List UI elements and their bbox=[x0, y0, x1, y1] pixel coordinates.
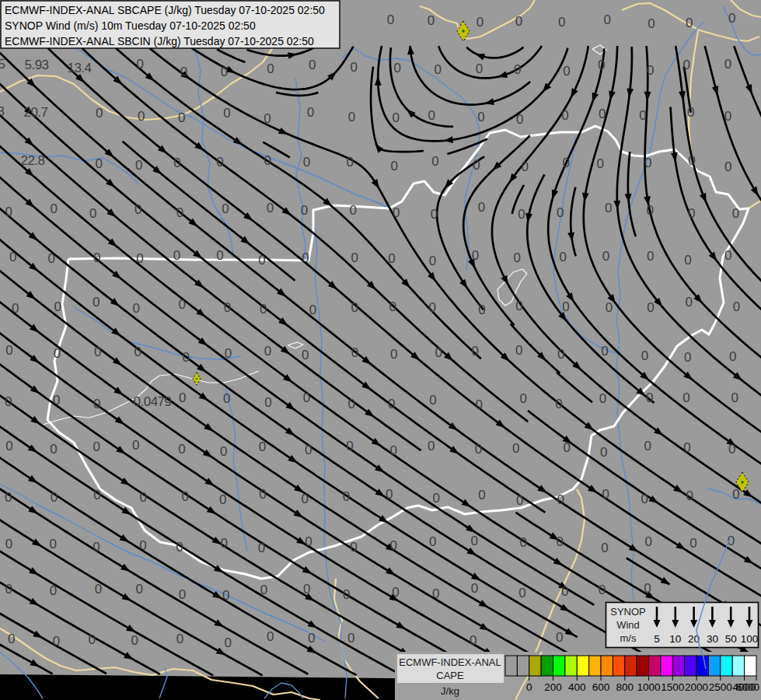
station-value: 0 bbox=[390, 159, 397, 173]
station-value: 0 bbox=[176, 540, 183, 555]
station-value: 0 bbox=[93, 295, 99, 310]
station-value: 0 bbox=[516, 493, 523, 508]
wind-legend-title-3: m/s bbox=[620, 632, 637, 644]
cape-legend-units: J/kg bbox=[441, 685, 459, 697]
cape-color-cell bbox=[565, 656, 577, 676]
station-value: 0 bbox=[514, 250, 521, 265]
station-value: 0 bbox=[646, 390, 653, 405]
station-value: 0 bbox=[95, 582, 102, 597]
station-value: 0 bbox=[222, 201, 229, 216]
station-value: 0 bbox=[216, 248, 223, 263]
station-value: 0 bbox=[138, 109, 145, 124]
station-value: 0 bbox=[5, 394, 12, 409]
station-value: 0 bbox=[563, 64, 570, 79]
station-value: 0 bbox=[223, 106, 230, 121]
cape-color-cell bbox=[696, 656, 708, 676]
station-value: 0 bbox=[516, 112, 523, 127]
station-value: 0 bbox=[302, 348, 309, 362]
station-value: 0 bbox=[645, 534, 652, 549]
station-value: 0 bbox=[134, 345, 141, 359]
station-value: 0 bbox=[724, 159, 731, 174]
station-value: 0 bbox=[556, 630, 563, 645]
station-value: 0 bbox=[301, 203, 308, 218]
station-value: 0 bbox=[732, 487, 739, 502]
station-value: 0 bbox=[563, 440, 570, 455]
station-value: 0 bbox=[558, 15, 565, 30]
station-value: 0 bbox=[179, 587, 186, 602]
station-value: 0 bbox=[221, 65, 228, 79]
station-value: 0 bbox=[601, 541, 608, 555]
station-value: 0 bbox=[93, 540, 99, 555]
station-value: 0 bbox=[478, 200, 485, 215]
station-value: 0 bbox=[390, 443, 397, 458]
station-value: 0 bbox=[12, 301, 19, 316]
station-value: 0 bbox=[303, 155, 310, 170]
station-value: 0 bbox=[349, 203, 356, 218]
station-value: 0 bbox=[307, 105, 314, 120]
cape-color-cell bbox=[553, 656, 565, 676]
station-value: 0 bbox=[140, 490, 147, 505]
station-value: 0 bbox=[264, 111, 271, 126]
station-value: 0 bbox=[5, 205, 12, 219]
cape-color-cell bbox=[732, 656, 744, 676]
station-value: 0 bbox=[470, 633, 476, 648]
cape-tick-label: 2500 bbox=[709, 681, 732, 693]
station-value: 0 bbox=[515, 14, 522, 29]
station-value: 0 bbox=[428, 439, 435, 453]
cape-color-cell bbox=[721, 656, 732, 676]
station-value: 0 bbox=[687, 105, 694, 120]
station-value: 0 bbox=[264, 344, 271, 359]
station-value: 0 bbox=[222, 588, 229, 603]
station-value: 0 bbox=[644, 581, 651, 596]
station-value: 0 bbox=[518, 586, 525, 600]
cape-tick-label: 600 bbox=[592, 681, 610, 693]
station-value: 0 bbox=[724, 248, 731, 263]
station-value: 0 bbox=[93, 397, 100, 411]
station-value: 0 bbox=[303, 390, 310, 405]
station-value: 0 bbox=[561, 108, 568, 123]
station-value: 0 bbox=[9, 250, 16, 264]
station-value: 0 bbox=[647, 300, 654, 315]
cape-color-cell bbox=[529, 656, 541, 676]
station-value: 0 bbox=[390, 347, 397, 362]
station-value: 0 bbox=[733, 299, 740, 314]
station-value: 0 bbox=[259, 487, 266, 502]
station-value: 0 bbox=[348, 110, 355, 124]
cape-color-cell bbox=[613, 656, 624, 676]
station-value: 0 bbox=[176, 632, 183, 646]
station-value: 0 bbox=[259, 439, 266, 454]
station-value: 0 bbox=[47, 251, 54, 266]
cape-color-cell bbox=[661, 656, 672, 676]
cape-color-cell bbox=[685, 656, 696, 676]
station-value: 0 bbox=[514, 62, 521, 77]
station-value: 0 bbox=[428, 13, 435, 28]
station-value: 0 bbox=[431, 154, 438, 169]
station-value: 0 bbox=[53, 393, 60, 408]
station-value: 0 bbox=[136, 251, 143, 266]
station-value: 0 bbox=[96, 156, 103, 171]
station-value: 0 bbox=[428, 108, 435, 123]
station-value: 0 bbox=[89, 206, 96, 221]
station-value: 0 bbox=[557, 347, 564, 362]
station-value: 0 bbox=[50, 442, 57, 457]
station-value: 0 bbox=[512, 441, 519, 456]
cape-color-cell bbox=[672, 656, 684, 676]
station-value: 0 bbox=[347, 155, 354, 170]
station-value: 0 bbox=[521, 159, 528, 174]
station-value: 0 bbox=[601, 344, 608, 359]
cape-tick-label: 1500 bbox=[661, 681, 684, 693]
station-value: 0 bbox=[689, 536, 696, 551]
marker-center-dot bbox=[462, 30, 465, 33]
station-value: 0 bbox=[351, 300, 358, 315]
cape-color-cell bbox=[505, 656, 517, 676]
station-value: 0 bbox=[602, 249, 609, 264]
wind-speed-label: 10 bbox=[669, 633, 681, 645]
station-value: 0 bbox=[305, 443, 312, 457]
station-value-special: 3 bbox=[0, 104, 5, 119]
station-value: 0 bbox=[647, 249, 654, 264]
station-value-special: 5 bbox=[0, 57, 5, 72]
station-value: 0 bbox=[683, 440, 690, 455]
station-value: 0 bbox=[386, 487, 393, 502]
station-value: 0 bbox=[647, 63, 654, 78]
station-value: 0 bbox=[5, 490, 12, 505]
